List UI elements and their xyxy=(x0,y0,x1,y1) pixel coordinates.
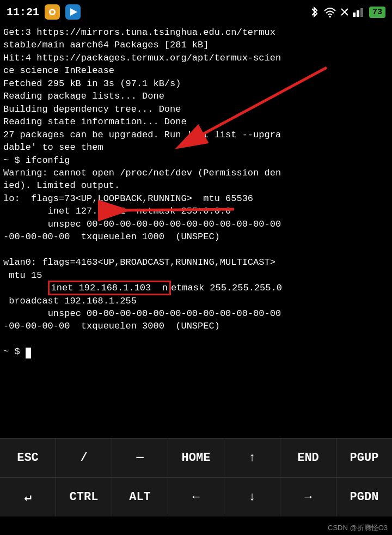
enter-button[interactable]: ↵ xyxy=(0,478,56,516)
term-line-14: inet 127.0.0.1 netmask 255.0.0.0 xyxy=(3,205,389,217)
term-line-15: unspec 00-00-00-00-00-00-00-00-00-00-00-… xyxy=(3,218,389,230)
down-button[interactable]: ↓ xyxy=(224,478,280,516)
svg-point-5 xyxy=(329,16,331,17)
up-button[interactable]: ↑ xyxy=(224,439,280,477)
alt-button[interactable]: ALT xyxy=(112,478,168,516)
term-line-19: mtu 15██████ xyxy=(3,269,389,282)
signal-x-icon xyxy=(341,8,348,16)
term-line-1: stable/main aarch64 Packages [281 kB] xyxy=(3,39,389,51)
term-line-2: Hit:4 https://packages.termux.org/apt/te… xyxy=(3,52,389,64)
home-button[interactable]: HOME xyxy=(168,439,224,477)
app-icon-1 xyxy=(45,4,60,20)
wifi-icon xyxy=(323,7,336,17)
right-button[interactable]: → xyxy=(280,478,336,516)
highlighted-ip: inet 192.168.1.103 n xyxy=(48,281,171,295)
term-line-21: broadcast 192.168.1.255 xyxy=(3,295,389,307)
term-line-6: Building dependency tree... Done xyxy=(3,103,389,115)
term-line-5: Reading package lists... Done xyxy=(3,90,389,102)
pgup-button[interactable]: PGUP xyxy=(336,439,392,477)
bluetooth-icon xyxy=(309,6,319,18)
svg-rect-9 xyxy=(357,10,359,17)
term-line-3: ce science InRelease xyxy=(3,64,389,77)
term-line-18: wlan0: flags=4163<UP,BROADCAST,RUNNING,M… xyxy=(3,256,389,269)
esc-button[interactable]: ESC xyxy=(0,439,56,477)
dash-button[interactable]: — xyxy=(112,439,168,477)
status-icons-right: 73 xyxy=(309,6,385,18)
term-line-22: unspec 00-00-00-00-00-00-00-00-00-00-00-… xyxy=(3,307,389,320)
term-line-20-inet: inet 192.168.1.103 netmask 255.255.255.0 xyxy=(3,282,389,294)
term-prompt-empty: ~ $ xyxy=(3,345,389,358)
terminal[interactable]: Get:3 https://mirrors.tuna.tsinghua.edu.… xyxy=(0,24,392,438)
term-line-blank1 xyxy=(3,244,389,256)
signal-bars-icon xyxy=(353,7,365,17)
left-button[interactable]: ← xyxy=(168,478,224,516)
cursor xyxy=(26,348,31,358)
slash-button[interactable]: / xyxy=(56,439,112,477)
term-prompt-ifconfig: ~ $ ifconfig xyxy=(3,154,389,167)
battery-indicator: 73 xyxy=(369,7,385,18)
term-line-0: Get:3 https://mirrors.tuna.tsinghua.edu.… xyxy=(3,26,389,39)
term-line-blank2 xyxy=(3,333,389,345)
status-bar: 11:21 xyxy=(0,0,392,24)
term-line-8: 27 packages can be upgraded. Run 'apt li… xyxy=(3,129,389,141)
term-line-12: ied). Limited output. xyxy=(3,179,389,192)
pgdn-button[interactable]: PGDN xyxy=(336,478,392,516)
svg-rect-8 xyxy=(353,13,356,17)
term-line-16: -00-00-00-00 txqueuelen 1000 (UNSPEC) xyxy=(3,230,389,243)
app-icon-2 xyxy=(65,4,81,20)
svg-rect-10 xyxy=(360,8,363,17)
term-line-23: -00-00-00-00 txqueuelen 3000 (UNSPEC) xyxy=(3,320,389,332)
ctrl-button[interactable]: CTRL xyxy=(56,478,112,516)
term-line-13: lo: flags=73<UP,LOOPBACK,RUNNING> mtu 65… xyxy=(3,192,389,205)
watermark: CSDN @折腾怪O3 xyxy=(328,523,388,533)
toolbar-row2: ↵ CTRL ALT ← ↓ → PGDN xyxy=(0,477,392,516)
term-line-7: Reading state information... Done xyxy=(3,115,389,128)
term-line-11: Warning: cannot open /proc/net/dev (Perm… xyxy=(3,167,389,179)
end-button[interactable]: END xyxy=(280,439,336,477)
term-line-9: dable' to see them xyxy=(3,141,389,154)
svg-point-2 xyxy=(51,10,54,14)
term-line-4: Fetched 295 kB in 3s (97.1 kB/s) xyxy=(3,77,389,90)
status-time: 11:21 xyxy=(7,6,39,19)
toolbar-row1: ESC / — HOME ↑ END PGUP xyxy=(0,438,392,477)
